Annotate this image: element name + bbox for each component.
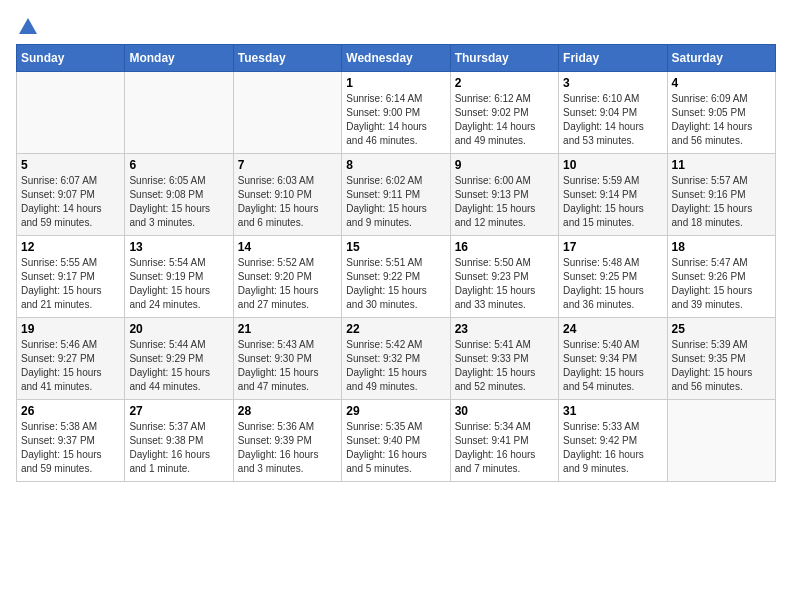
day-sunrise: Sunrise: 5:44 AM	[129, 338, 228, 352]
day-daylight: Daylight: 14 hours and 49 minutes.	[455, 120, 554, 148]
calendar-day-cell	[233, 72, 341, 154]
day-sunset: Sunset: 9:00 PM	[346, 106, 445, 120]
day-sunrise: Sunrise: 5:39 AM	[672, 338, 771, 352]
calendar-week-row: 12 Sunrise: 5:55 AM Sunset: 9:17 PM Dayl…	[17, 236, 776, 318]
day-daylight: Daylight: 15 hours and 49 minutes.	[346, 366, 445, 394]
calendar-day-cell: 14 Sunrise: 5:52 AM Sunset: 9:20 PM Dayl…	[233, 236, 341, 318]
day-sunset: Sunset: 9:41 PM	[455, 434, 554, 448]
day-daylight: Daylight: 15 hours and 33 minutes.	[455, 284, 554, 312]
day-daylight: Daylight: 15 hours and 24 minutes.	[129, 284, 228, 312]
calendar-day-cell: 2 Sunrise: 6:12 AM Sunset: 9:02 PM Dayli…	[450, 72, 558, 154]
calendar-day-cell: 27 Sunrise: 5:37 AM Sunset: 9:38 PM Dayl…	[125, 400, 233, 482]
calendar-table: SundayMondayTuesdayWednesdayThursdayFrid…	[16, 44, 776, 482]
calendar-day-cell	[17, 72, 125, 154]
day-daylight: Daylight: 14 hours and 59 minutes.	[21, 202, 120, 230]
calendar-day-cell: 28 Sunrise: 5:36 AM Sunset: 9:39 PM Dayl…	[233, 400, 341, 482]
day-daylight: Daylight: 16 hours and 7 minutes.	[455, 448, 554, 476]
day-sunset: Sunset: 9:32 PM	[346, 352, 445, 366]
day-daylight: Daylight: 15 hours and 30 minutes.	[346, 284, 445, 312]
day-daylight: Daylight: 16 hours and 3 minutes.	[238, 448, 337, 476]
day-sunrise: Sunrise: 5:37 AM	[129, 420, 228, 434]
day-sunrise: Sunrise: 5:47 AM	[672, 256, 771, 270]
calendar-header-cell: Sunday	[17, 45, 125, 72]
calendar-day-cell: 12 Sunrise: 5:55 AM Sunset: 9:17 PM Dayl…	[17, 236, 125, 318]
calendar-header-cell: Saturday	[667, 45, 775, 72]
calendar-day-cell: 11 Sunrise: 5:57 AM Sunset: 9:16 PM Dayl…	[667, 154, 775, 236]
day-sunset: Sunset: 9:16 PM	[672, 188, 771, 202]
day-sunset: Sunset: 9:35 PM	[672, 352, 771, 366]
day-number: 1	[346, 76, 445, 90]
calendar-week-row: 19 Sunrise: 5:46 AM Sunset: 9:27 PM Dayl…	[17, 318, 776, 400]
day-number: 19	[21, 322, 120, 336]
day-sunrise: Sunrise: 5:35 AM	[346, 420, 445, 434]
page-header	[16, 16, 776, 34]
day-daylight: Daylight: 15 hours and 21 minutes.	[21, 284, 120, 312]
day-daylight: Daylight: 15 hours and 56 minutes.	[672, 366, 771, 394]
day-number: 3	[563, 76, 662, 90]
day-daylight: Daylight: 15 hours and 44 minutes.	[129, 366, 228, 394]
calendar-day-cell: 20 Sunrise: 5:44 AM Sunset: 9:29 PM Dayl…	[125, 318, 233, 400]
calendar-header-row: SundayMondayTuesdayWednesdayThursdayFrid…	[17, 45, 776, 72]
day-sunrise: Sunrise: 5:55 AM	[21, 256, 120, 270]
day-sunrise: Sunrise: 5:57 AM	[672, 174, 771, 188]
day-sunset: Sunset: 9:42 PM	[563, 434, 662, 448]
day-sunset: Sunset: 9:14 PM	[563, 188, 662, 202]
day-sunrise: Sunrise: 5:46 AM	[21, 338, 120, 352]
day-sunset: Sunset: 9:33 PM	[455, 352, 554, 366]
calendar-day-cell	[667, 400, 775, 482]
day-daylight: Daylight: 15 hours and 52 minutes.	[455, 366, 554, 394]
day-sunrise: Sunrise: 5:36 AM	[238, 420, 337, 434]
calendar-day-cell: 23 Sunrise: 5:41 AM Sunset: 9:33 PM Dayl…	[450, 318, 558, 400]
day-number: 20	[129, 322, 228, 336]
calendar-day-cell: 15 Sunrise: 5:51 AM Sunset: 9:22 PM Dayl…	[342, 236, 450, 318]
day-sunrise: Sunrise: 6:10 AM	[563, 92, 662, 106]
calendar-day-cell: 21 Sunrise: 5:43 AM Sunset: 9:30 PM Dayl…	[233, 318, 341, 400]
day-daylight: Daylight: 15 hours and 59 minutes.	[21, 448, 120, 476]
day-number: 28	[238, 404, 337, 418]
day-number: 29	[346, 404, 445, 418]
calendar-day-cell: 6 Sunrise: 6:05 AM Sunset: 9:08 PM Dayli…	[125, 154, 233, 236]
day-daylight: Daylight: 15 hours and 54 minutes.	[563, 366, 662, 394]
calendar-day-cell: 4 Sunrise: 6:09 AM Sunset: 9:05 PM Dayli…	[667, 72, 775, 154]
day-sunrise: Sunrise: 5:40 AM	[563, 338, 662, 352]
day-sunrise: Sunrise: 5:38 AM	[21, 420, 120, 434]
day-sunset: Sunset: 9:30 PM	[238, 352, 337, 366]
day-sunrise: Sunrise: 6:05 AM	[129, 174, 228, 188]
day-sunset: Sunset: 9:26 PM	[672, 270, 771, 284]
day-number: 22	[346, 322, 445, 336]
day-sunset: Sunset: 9:08 PM	[129, 188, 228, 202]
day-number: 10	[563, 158, 662, 172]
calendar-day-cell: 29 Sunrise: 5:35 AM Sunset: 9:40 PM Dayl…	[342, 400, 450, 482]
day-daylight: Daylight: 15 hours and 39 minutes.	[672, 284, 771, 312]
day-sunset: Sunset: 9:05 PM	[672, 106, 771, 120]
day-number: 27	[129, 404, 228, 418]
day-sunset: Sunset: 9:27 PM	[21, 352, 120, 366]
day-sunrise: Sunrise: 5:48 AM	[563, 256, 662, 270]
svg-marker-0	[19, 18, 37, 34]
calendar-day-cell: 31 Sunrise: 5:33 AM Sunset: 9:42 PM Dayl…	[559, 400, 667, 482]
day-number: 2	[455, 76, 554, 90]
calendar-day-cell: 1 Sunrise: 6:14 AM Sunset: 9:00 PM Dayli…	[342, 72, 450, 154]
day-number: 9	[455, 158, 554, 172]
day-daylight: Daylight: 16 hours and 9 minutes.	[563, 448, 662, 476]
day-sunset: Sunset: 9:34 PM	[563, 352, 662, 366]
day-number: 21	[238, 322, 337, 336]
day-number: 4	[672, 76, 771, 90]
day-sunrise: Sunrise: 5:52 AM	[238, 256, 337, 270]
day-daylight: Daylight: 16 hours and 1 minute.	[129, 448, 228, 476]
day-sunset: Sunset: 9:25 PM	[563, 270, 662, 284]
day-daylight: Daylight: 15 hours and 12 minutes.	[455, 202, 554, 230]
calendar-day-cell: 7 Sunrise: 6:03 AM Sunset: 9:10 PM Dayli…	[233, 154, 341, 236]
calendar-body: 1 Sunrise: 6:14 AM Sunset: 9:00 PM Dayli…	[17, 72, 776, 482]
day-daylight: Daylight: 14 hours and 53 minutes.	[563, 120, 662, 148]
logo	[16, 16, 39, 34]
day-sunset: Sunset: 9:39 PM	[238, 434, 337, 448]
day-number: 31	[563, 404, 662, 418]
calendar-week-row: 26 Sunrise: 5:38 AM Sunset: 9:37 PM Dayl…	[17, 400, 776, 482]
day-daylight: Daylight: 15 hours and 3 minutes.	[129, 202, 228, 230]
calendar-day-cell: 8 Sunrise: 6:02 AM Sunset: 9:11 PM Dayli…	[342, 154, 450, 236]
day-number: 15	[346, 240, 445, 254]
day-number: 25	[672, 322, 771, 336]
day-sunset: Sunset: 9:19 PM	[129, 270, 228, 284]
day-daylight: Daylight: 14 hours and 56 minutes.	[672, 120, 771, 148]
